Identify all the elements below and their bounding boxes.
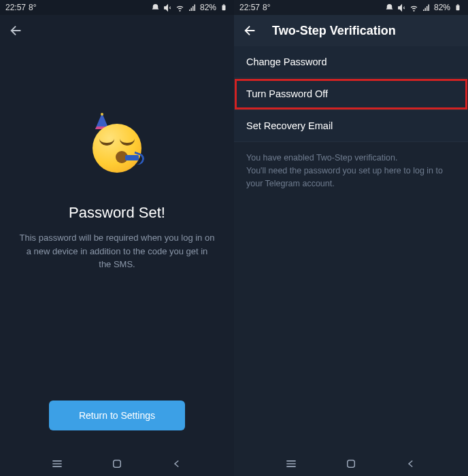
info-text: You have enabled Two-Step verification. … [234, 142, 468, 199]
mute-icon [163, 3, 173, 12]
turn-password-off-item[interactable]: Turn Password Off [234, 78, 468, 110]
back-button[interactable] [8, 22, 24, 39]
page-description: This password will be required when you … [19, 231, 215, 271]
battery-percent: 82% [200, 3, 216, 12]
recents-button[interactable] [50, 456, 65, 471]
return-to-settings-button[interactable]: Return to Settings [49, 401, 185, 430]
svg-rect-4 [456, 5, 460, 11]
recents-button[interactable] [284, 456, 299, 471]
svg-point-2 [101, 113, 103, 116]
home-button[interactable] [344, 456, 358, 471]
change-password-item[interactable]: Change Password [234, 46, 468, 78]
home-button[interactable] [110, 456, 124, 471]
party-emoji-icon [90, 121, 144, 175]
set-recovery-email-item[interactable]: Set Recovery Email [234, 110, 468, 142]
svg-rect-6 [348, 460, 355, 468]
nav-bar [0, 452, 234, 476]
screen-password-set: 22:57 8° 82% [0, 0, 234, 476]
status-bar: 22:57 8° 82% [0, 0, 234, 15]
status-temp: 8° [263, 3, 270, 12]
back-button[interactable] [242, 22, 258, 39]
screen-two-step-verification: 22:57 8° 82% Two-Step Verifica [234, 0, 468, 476]
settings-list: Change Password Turn Password Off Set Re… [234, 46, 468, 142]
page-title: Password Set! [69, 204, 165, 222]
status-time: 22:57 [5, 3, 26, 12]
main-content: Password Set! This password will be requ… [0, 46, 234, 452]
svg-rect-5 [457, 4, 459, 5]
alarm-icon [151, 3, 161, 12]
mute-icon [397, 3, 407, 12]
svg-rect-1 [223, 4, 225, 5]
status-temp: 8° [29, 3, 36, 12]
status-bar: 22:57 8° 82% [234, 0, 468, 15]
wifi-icon [410, 3, 419, 12]
battery-icon [219, 3, 229, 12]
back-nav-button[interactable] [169, 456, 184, 471]
svg-rect-3 [114, 460, 121, 468]
signal-icon [422, 3, 431, 12]
header: Two-Step Verification [234, 15, 468, 46]
back-nav-button[interactable] [403, 456, 418, 471]
wifi-icon [176, 3, 185, 12]
header [0, 15, 234, 46]
status-time: 22:57 [239, 3, 260, 12]
svg-rect-0 [222, 5, 226, 11]
nav-bar [234, 452, 468, 476]
battery-icon [453, 3, 463, 12]
header-title: Two-Step Verification [272, 24, 396, 38]
battery-percent: 82% [434, 3, 450, 12]
alarm-icon [385, 3, 395, 12]
signal-icon [188, 3, 197, 12]
